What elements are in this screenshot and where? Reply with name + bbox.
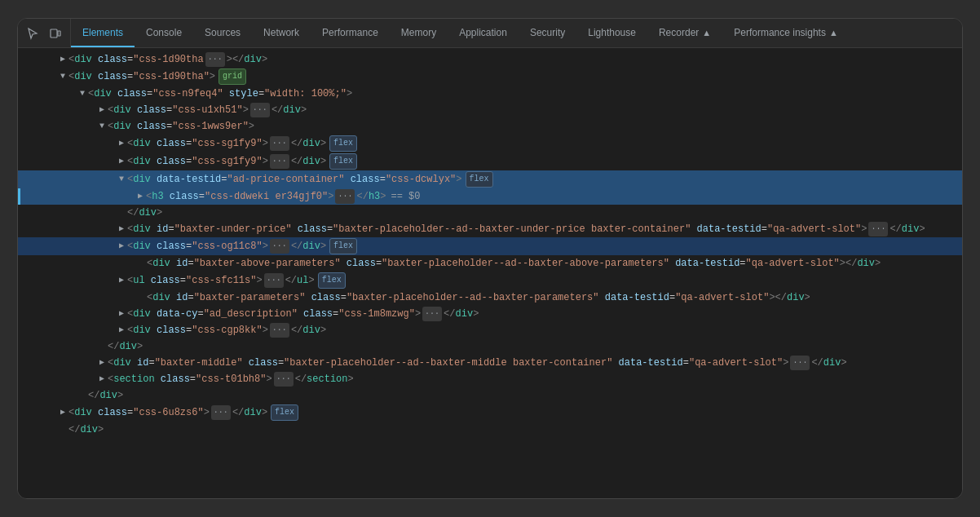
html-line[interactable]: ▶ <div class="css-og11c8" > ··· </div> f… (18, 237, 962, 255)
ellipsis[interactable]: ··· (335, 189, 355, 204)
ellipsis[interactable]: ··· (422, 307, 442, 321)
ellipsis[interactable]: ··· (270, 136, 289, 151)
html-line[interactable]: ▶ </div> (18, 338, 962, 355)
content-area[interactable]: ▶ <div class="css-1d90tha ··· > </div> ▼… (18, 48, 962, 498)
tab-memory[interactable]: Memory (390, 19, 448, 47)
grid-badge: grid (219, 68, 246, 85)
svg-rect-1 (58, 31, 60, 36)
ellipsis[interactable]: ··· (868, 222, 888, 236)
performance-insights-warning-icon: ▲ (829, 28, 838, 38)
ellipsis[interactable]: ··· (270, 323, 289, 338)
tab-performance-insights[interactable]: Performance insights ▲ (722, 19, 850, 47)
html-line[interactable]: ▼ <div class="css-1d90tha" > grid (18, 68, 962, 86)
expand-triangle[interactable]: ▶ (116, 154, 127, 169)
html-line-selected[interactable]: ▼ <div data-testid="ad-price-container" … (18, 170, 962, 188)
html-line[interactable]: ▶ <div class="css-6u8zs6" > ··· </div> f… (18, 404, 962, 422)
expand-triangle[interactable]: ▶ (116, 323, 127, 338)
flex-badge: flex (329, 238, 357, 254)
expand-triangle[interactable]: ▶ (57, 52, 68, 67)
expand-triangle[interactable]: ▶ (116, 273, 127, 288)
html-line-h3[interactable]: ▶ <h3 class="css-ddweki er34gjf0" > ··· … (18, 188, 962, 205)
expand-triangle[interactable]: ▶ (135, 189, 146, 204)
html-line[interactable]: ▶ </div> (18, 205, 962, 221)
html-line[interactable]: ▶ <div id="baxter-above-parameters" clas… (18, 255, 962, 272)
ellipsis[interactable]: ··· (250, 103, 270, 117)
expand-triangle[interactable]: ▶ (116, 307, 127, 321)
expand-triangle[interactable]: ▶ (116, 222, 127, 236)
ellipsis[interactable]: ··· (270, 154, 289, 169)
tab-lighthouse[interactable]: Lighthouse (576, 19, 647, 47)
expand-triangle[interactable]: ▶ (96, 372, 108, 387)
html-line[interactable]: ▶ <div class="css-cgp8kk" > ··· </div> (18, 322, 962, 338)
expand-triangle[interactable]: ▶ (96, 103, 108, 117)
devtools-window: Elements Console Sources Network Perform… (17, 18, 963, 499)
flex-badge: flex (271, 404, 298, 421)
html-line[interactable]: ▶ <div id="baxter-parameters" class="bax… (18, 289, 962, 306)
tab-performance[interactable]: Performance (311, 19, 390, 47)
html-line[interactable]: ▼ <div class="css-1wws9er" > (18, 118, 962, 135)
expand-triangle[interactable]: ▼ (96, 119, 108, 134)
html-line[interactable]: ▼ <div class="css-n9feq4" style="width: … (18, 86, 962, 102)
expand-triangle[interactable]: ▼ (57, 69, 68, 84)
html-line[interactable]: ▶ <div id="baxter-middle" class="baxter-… (18, 355, 962, 371)
tab-recorder[interactable]: Recorder ▲ (647, 19, 722, 47)
toolbar: Elements Console Sources Network Perform… (18, 19, 962, 48)
device-icon[interactable] (46, 24, 65, 43)
ellipsis[interactable]: ··· (264, 273, 284, 288)
html-line[interactable]: ▶ </div> (18, 422, 962, 438)
flex-badge: flex (329, 153, 357, 170)
cursor-icon[interactable] (23, 24, 42, 43)
html-line[interactable]: ▶ <div data-cy="ad_description" class="c… (18, 306, 962, 322)
tab-elements[interactable]: Elements (71, 19, 135, 47)
html-line[interactable]: ▶ <div class="css-u1xh51" > ··· </div> (18, 102, 962, 118)
ellipsis[interactable]: ··· (274, 372, 294, 387)
html-line[interactable]: ▶ <div class="css-1d90tha ··· > </div> (18, 51, 962, 68)
html-line[interactable]: ▶ <ul class="css-sfc11s" > ··· </ul> fle… (18, 272, 962, 289)
flex-badge: flex (329, 135, 357, 152)
toolbar-icons (18, 19, 71, 47)
html-line[interactable]: ▶ <section class="css-t01bh8" > ··· </se… (18, 371, 962, 387)
svg-rect-0 (51, 29, 57, 38)
ellipsis[interactable]: ··· (211, 405, 231, 420)
ellipsis[interactable]: ··· (270, 239, 289, 254)
tabs: Elements Console Sources Network Perform… (71, 19, 962, 47)
tab-console[interactable]: Console (135, 19, 193, 47)
html-line[interactable]: ▶ <div id="baxter-under-price" class="ba… (18, 221, 962, 237)
expand-triangle[interactable]: ▶ (116, 136, 127, 151)
tab-sources[interactable]: Sources (193, 19, 252, 47)
ellipsis[interactable]: ··· (790, 356, 810, 370)
expand-triangle[interactable]: ▶ (57, 405, 68, 420)
tab-application[interactable]: Application (448, 19, 519, 47)
recorder-warning-icon: ▲ (702, 28, 711, 38)
html-line[interactable]: ▶ <div class="css-sg1fy9" > ··· </div> f… (18, 135, 962, 152)
expand-triangle[interactable]: ▼ (77, 86, 88, 101)
ellipsis[interactable]: ··· (205, 52, 225, 67)
expand-triangle[interactable]: ▼ (116, 172, 127, 187)
flex-badge: flex (318, 272, 346, 289)
html-line[interactable]: ▶ </div> (18, 387, 962, 404)
expand-triangle[interactable]: ▶ (116, 239, 127, 254)
tab-network[interactable]: Network (252, 19, 311, 47)
flex-badge: flex (466, 171, 493, 188)
tab-security[interactable]: Security (519, 19, 576, 47)
expand-triangle[interactable]: ▶ (96, 356, 108, 370)
html-line[interactable]: ▶ <div class="css-sg1fy9" > ··· </div> f… (18, 152, 962, 170)
